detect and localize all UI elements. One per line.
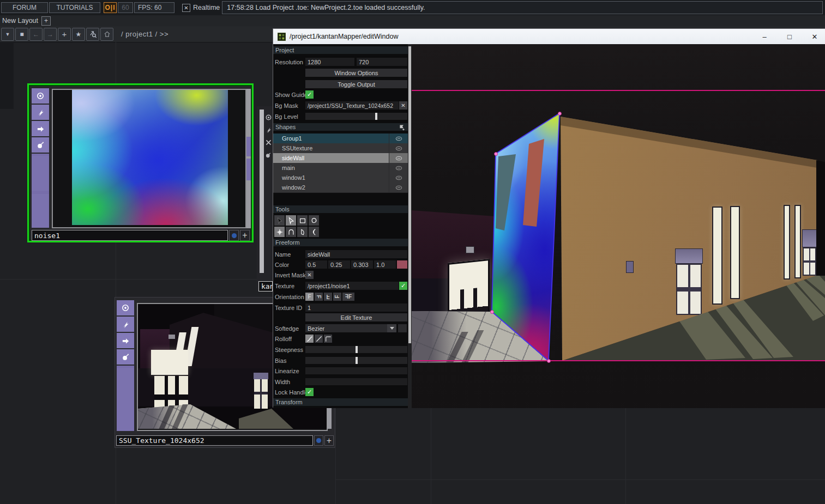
- bookmark-button[interactable]: ★: [72, 28, 85, 41]
- cook-flag-button[interactable]: [117, 349, 134, 366]
- rolloff-linear-button[interactable]: [315, 335, 323, 343]
- corner-handle-left[interactable]: [494, 152, 498, 156]
- slider-handle[interactable]: [356, 346, 358, 353]
- rolloff-scurve-button[interactable]: [305, 335, 314, 343]
- section-freeform[interactable]: Freeform: [273, 239, 408, 246]
- wedge-tool-button[interactable]: [297, 227, 308, 237]
- viewer-active-button[interactable]: [117, 300, 134, 317]
- cook-flag-button[interactable]: [32, 137, 49, 154]
- tutorials-button[interactable]: TUTORIALS: [49, 2, 100, 13]
- scrollbar-thumb[interactable]: [246, 137, 251, 156]
- color-a-field[interactable]: 1.0: [374, 260, 396, 269]
- rectangle-tool-button[interactable]: [297, 215, 308, 226]
- viewer-add-button[interactable]: +: [240, 230, 250, 241]
- maximize-button[interactable]: □: [781, 33, 798, 41]
- visibility-toggle[interactable]: [389, 183, 408, 192]
- noise1-node-viewer[interactable]: noise1 +: [27, 83, 254, 242]
- viewer-color-button[interactable]: [229, 230, 239, 241]
- flag-bar[interactable]: [32, 194, 49, 228]
- viewer-scrollbar[interactable]: [260, 110, 264, 273]
- shape-row-ssutexture[interactable]: SSUtexture: [273, 143, 408, 154]
- bg-level-slider[interactable]: [305, 113, 407, 120]
- stop-button[interactable]: ■: [15, 28, 28, 41]
- shape-row-group1[interactable]: Group1: [273, 133, 408, 144]
- output-input-toggle[interactable]: O|I: [104, 2, 117, 13]
- minimize-button[interactable]: –: [756, 33, 773, 41]
- move-tool-button[interactable]: [274, 227, 285, 237]
- ssu-name-field[interactable]: SSU_Texture_1024x652: [116, 435, 313, 446]
- add-shape-icon[interactable]: [399, 124, 406, 131]
- select-tool-button[interactable]: [274, 215, 285, 226]
- steepness-slider[interactable]: [305, 346, 407, 353]
- section-tools[interactable]: Tools: [273, 205, 408, 213]
- orient-mirror-button[interactable]: FF: [342, 293, 354, 301]
- orient-90-button[interactable]: F: [315, 293, 323, 301]
- show-guide-checkbox[interactable]: ✓: [305, 90, 314, 99]
- scrollbar-thumb[interactable]: [246, 159, 251, 180]
- corner-handle-bottom-left[interactable]: [490, 310, 494, 314]
- color-r-field[interactable]: 0.5: [305, 260, 327, 269]
- bias-slider[interactable]: [305, 357, 407, 364]
- add-layout-button[interactable]: +: [41, 16, 51, 26]
- shape-row-sidewall-selected[interactable]: sideWall: [273, 153, 408, 163]
- add-button[interactable]: +: [58, 28, 71, 41]
- window-titlebar[interactable]: /project1/kantanMapper/editWindow – □ ✕: [273, 29, 825, 44]
- scrollbar-thumb[interactable]: [408, 46, 411, 343]
- color-b-field[interactable]: 0.303: [351, 260, 373, 269]
- softedge-extra-button[interactable]: [398, 324, 407, 332]
- section-transform[interactable]: Transform: [273, 398, 408, 406]
- linearize-field[interactable]: [305, 367, 407, 374]
- visibility-toggle[interactable]: [389, 133, 408, 143]
- resolution-width-field[interactable]: 1280: [305, 58, 354, 66]
- bypass-flag-button[interactable]: [117, 317, 134, 333]
- softedge-dropdown-arrow[interactable]: [387, 324, 396, 332]
- kantan-mapping-viewport[interactable]: [412, 44, 825, 408]
- slider-handle[interactable]: [375, 113, 377, 120]
- panel-scrollbar[interactable]: [408, 44, 412, 408]
- bg-mask-clear-button[interactable]: ✕: [399, 101, 407, 110]
- viewer-scrollbar[interactable]: [246, 89, 251, 228]
- forum-button[interactable]: FORUM: [1, 2, 48, 13]
- export-flag-button[interactable]: [32, 121, 49, 137]
- home-button[interactable]: [100, 28, 113, 41]
- visibility-toggle[interactable]: [389, 173, 408, 183]
- viewer-active-button[interactable]: [32, 88, 49, 105]
- visibility-toggle[interactable]: [389, 163, 408, 173]
- shape-row-main[interactable]: main: [273, 163, 408, 173]
- viewer-add-button[interactable]: +: [324, 435, 334, 446]
- shape-row-window2[interactable]: window2: [273, 183, 408, 193]
- tab-new-layout[interactable]: New Layout: [2, 17, 38, 25]
- arch-tool-button[interactable]: [286, 227, 296, 237]
- softedge-dropdown[interactable]: Bezier: [305, 324, 387, 332]
- orient-180-button[interactable]: F: [324, 293, 332, 301]
- invert-mask-checkbox[interactable]: ✕: [305, 271, 314, 279]
- bypass-flag-button[interactable]: [32, 105, 49, 121]
- section-project[interactable]: Project: [273, 46, 408, 54]
- lock-handle-checkbox[interactable]: ✓: [305, 388, 314, 396]
- edit-tool-button[interactable]: [286, 215, 296, 226]
- realtime-checkbox[interactable]: ✕: [182, 4, 190, 12]
- noise1-name-field[interactable]: noise1: [32, 230, 228, 241]
- texture-enable-checkbox[interactable]: ✓: [399, 282, 407, 290]
- width-field[interactable]: [305, 378, 407, 385]
- back-button[interactable]: ←: [29, 28, 43, 41]
- breadcrumb[interactable]: / project1 / >>: [121, 30, 168, 38]
- shape-row-window1[interactable]: window1: [273, 173, 408, 183]
- noise1-image-area[interactable]: [52, 89, 246, 228]
- flag-bar[interactable]: [117, 368, 134, 431]
- rolloff-step-button[interactable]: [324, 335, 332, 343]
- texture-id-field[interactable]: 1: [305, 303, 407, 312]
- search-nodes-button[interactable]: [86, 28, 99, 41]
- toggle-output-button[interactable]: Toggle Output: [305, 80, 407, 88]
- crescent-tool-button[interactable]: [309, 227, 319, 237]
- edit-texture-button[interactable]: Edit Texture: [305, 313, 407, 321]
- slider-handle[interactable]: [356, 357, 358, 364]
- visibility-toggle[interactable]: [389, 143, 408, 153]
- color-swatch[interactable]: [397, 260, 407, 269]
- orient-0-button[interactable]: F: [305, 293, 314, 301]
- freeform-tool-button[interactable]: [309, 215, 319, 226]
- export-flag-button[interactable]: [117, 333, 134, 349]
- kantan-name-field[interactable]: kan: [258, 281, 273, 292]
- shape-name-field[interactable]: sideWall: [305, 250, 407, 258]
- corner-handle-top[interactable]: [558, 112, 562, 116]
